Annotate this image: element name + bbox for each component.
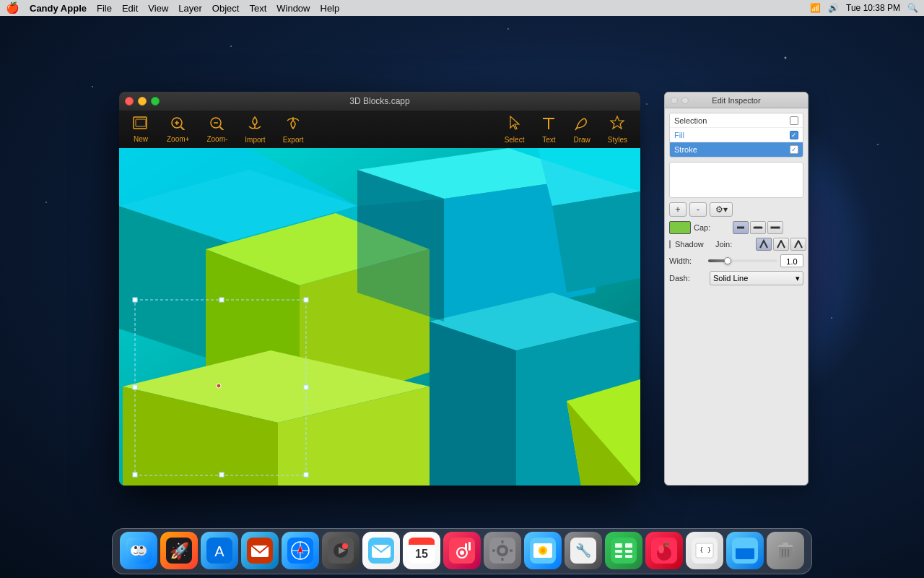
dock-mail-postbox[interactable] (241, 532, 279, 569)
fill-row[interactable]: Fill ✓ (670, 128, 803, 142)
svg-text:🔧: 🔧 (575, 543, 592, 558)
dock-script-editor[interactable]: { } (686, 532, 723, 569)
dock-utility[interactable]: 🔧 (565, 532, 602, 569)
join-bevel-button[interactable] (790, 238, 806, 251)
inspector-title-bar: Edit Inspector (665, 92, 808, 108)
join-buttons (756, 238, 806, 251)
canvas-svg (119, 148, 640, 486)
svg-point-104 (658, 545, 664, 553)
stroke-label: Stroke (674, 145, 790, 154)
menubar-layer[interactable]: Layer (178, 3, 202, 14)
select-button[interactable]: Select (499, 112, 531, 147)
dash-select[interactable]: Solid Line ▾ (710, 271, 803, 285)
dock-launchpad[interactable]: 🚀 (160, 532, 198, 569)
inspector-min[interactable] (681, 97, 689, 104)
menubar-view[interactable]: View (148, 3, 168, 14)
shadow-checkbox[interactable] (669, 240, 671, 249)
menubar-object[interactable]: Object (212, 3, 240, 14)
inspector-section: Selection Fill ✓ Stroke ✓ (669, 113, 803, 158)
cap-square-button[interactable] (767, 221, 783, 234)
menubar-window[interactable]: Window (276, 3, 310, 14)
dock-finder[interactable] (120, 532, 157, 569)
draw-button[interactable]: Draw (567, 112, 596, 147)
svg-rect-106 (665, 543, 669, 545)
stroke-checkbox[interactable]: ✓ (790, 145, 798, 154)
dock-mail[interactable] (362, 532, 400, 569)
fill-checkbox[interactable]: ✓ (790, 131, 798, 139)
add-style-button[interactable]: + (669, 202, 687, 217)
cap-buttons (733, 221, 783, 234)
width-row: Width: 1.0 (669, 254, 803, 267)
cap-flat-button[interactable] (733, 221, 749, 234)
menubar: 🍎 Candy Apple File Edit View Layer Objec… (0, 0, 924, 16)
svg-rect-95 (611, 538, 637, 564)
gear-button[interactable]: ⚙▾ (710, 202, 733, 217)
dock-itunes[interactable] (443, 532, 481, 569)
styles-label: Styles (608, 136, 627, 144)
spotlight-icon[interactable]: 🔍 (907, 3, 918, 13)
minimize-button[interactable] (138, 97, 147, 105)
title-bar: 3D Blocks.capp (119, 92, 640, 111)
traffic-lights (125, 97, 160, 105)
export-label: Export (283, 136, 304, 144)
svg-text:A: A (214, 543, 225, 559)
styles-button[interactable]: Styles (602, 112, 633, 147)
stroke-color-swatch[interactable] (669, 221, 691, 234)
new-button[interactable]: New (126, 113, 155, 146)
canvas-content (119, 148, 640, 486)
remove-style-button[interactable]: - (689, 202, 707, 217)
dock-candy-apple[interactable] (645, 532, 683, 569)
dock-trash[interactable] (767, 532, 804, 569)
dock-quicktime[interactable] (322, 532, 359, 569)
select-icon (507, 115, 522, 134)
maximize-button[interactable] (151, 97, 160, 105)
dash-label: Dash: (669, 274, 705, 282)
svg-rect-80 (465, 543, 467, 551)
svg-line-7 (219, 127, 224, 131)
selection-checkbox[interactable] (790, 116, 798, 125)
dock-numbers[interactable] (605, 532, 642, 569)
dash-value: Solid Line (713, 274, 748, 282)
join-miter-button[interactable] (756, 238, 772, 251)
gear-icon: ⚙▾ (715, 204, 728, 215)
text-button[interactable]: Text (536, 112, 562, 147)
apple-menu[interactable]: 🍎 (6, 1, 19, 14)
menubar-file[interactable]: File (97, 3, 112, 14)
volume-icon: 🔊 (828, 3, 839, 13)
import-button[interactable]: Import (239, 112, 271, 147)
dock-iphoto[interactable] (524, 532, 562, 569)
svg-rect-101 (625, 555, 632, 558)
close-button[interactable] (125, 97, 134, 105)
width-slider-thumb[interactable] (724, 257, 731, 264)
dock-appstore[interactable]: A (201, 532, 238, 569)
canvas-area[interactable] (119, 148, 640, 486)
svg-rect-99 (625, 550, 632, 553)
dock-folder[interactable] (726, 532, 764, 569)
svg-marker-23 (552, 191, 640, 293)
zoom-out-button[interactable]: Zoom- (201, 113, 233, 146)
svg-rect-81 (468, 542, 471, 551)
menubar-right: 📶 🔊 Tue 10:38 PM 🔍 (810, 3, 918, 13)
join-round-button[interactable] (773, 238, 789, 251)
zoom-in-button[interactable]: Zoom+ (161, 113, 195, 146)
width-label: Width: (669, 256, 705, 265)
cap-round-button[interactable] (750, 221, 766, 234)
menubar-app-name[interactable]: Candy Apple (30, 3, 87, 14)
dock-safari[interactable] (282, 532, 319, 569)
menubar-text[interactable]: Text (249, 3, 266, 14)
export-icon (284, 115, 302, 134)
inspector-close[interactable] (671, 97, 678, 104)
styles-icon (609, 115, 625, 134)
svg-rect-43 (304, 385, 308, 389)
menubar-edit[interactable]: Edit (122, 3, 138, 14)
wifi-icon: 📶 (810, 3, 821, 13)
export-button[interactable]: Export (277, 112, 310, 147)
stroke-row[interactable]: Stroke ✓ (670, 142, 803, 157)
width-slider[interactable] (708, 259, 777, 262)
dock-system-prefs[interactable] (484, 532, 521, 569)
svg-line-13 (575, 128, 577, 130)
dock-calendar[interactable]: 15 (403, 532, 440, 569)
menubar-help[interactable]: Help (321, 3, 340, 14)
new-icon (132, 116, 149, 134)
inspector-empty-area (669, 162, 803, 198)
